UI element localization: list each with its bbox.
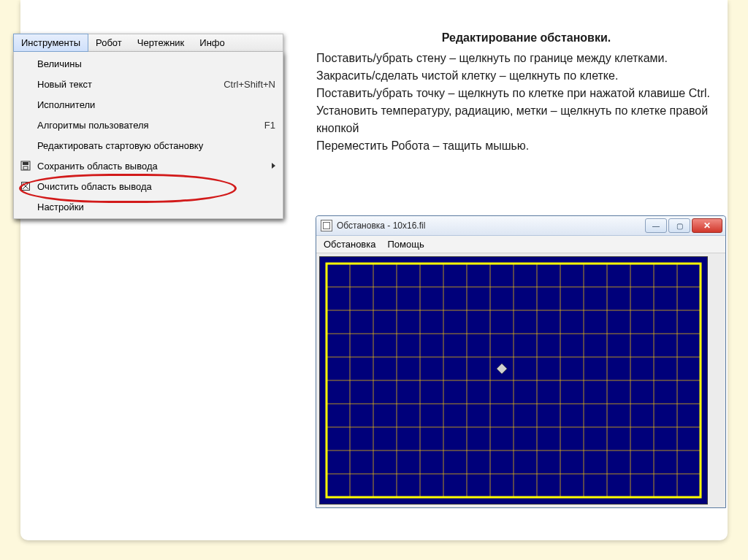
save-icon [18, 160, 33, 172]
blank-icon [18, 58, 33, 69]
menubar-item-info[interactable]: Инфо [192, 34, 232, 51]
dropdown-item-new-text[interactable]: Новый текст Ctrl+Shift+N [14, 74, 283, 94]
dropdown-item-label: Редактировать стартовую обстановку [37, 140, 275, 151]
dropdown-item-shortcut: F1 [250, 120, 275, 131]
minimize-button[interactable]: — [645, 218, 667, 233]
env-canvas-wrap [316, 253, 725, 507]
environment-window: Обстановка - 10x16.fil — ▢ ✕ Обстановка … [316, 215, 726, 508]
submenu-arrow-icon [272, 163, 275, 169]
instructions-line: Переместить Робота – тащить мышью. [316, 137, 736, 155]
close-button[interactable]: ✕ [692, 218, 722, 233]
blank-icon [18, 139, 33, 151]
env-menubar: Обстановка Помощь [316, 236, 725, 253]
window-controls: — ▢ ✕ [645, 218, 722, 233]
instructions-line: Поставить/убрать точку – щелкнуть по кле… [316, 85, 736, 102]
robot-grid-canvas[interactable] [319, 256, 708, 505]
env-menu-help[interactable]: Помощь [387, 239, 424, 250]
dropdown-item-executors[interactable]: Исполнители [14, 94, 283, 115]
dropdown-item-label: Настройки [37, 202, 275, 212]
tools-menu-panel: Инструменты Робот Чертежник Инфо Величин… [13, 34, 283, 219]
window-title: Обстановка - 10x16.fil [337, 220, 645, 231]
svg-rect-1 [23, 162, 28, 165]
instructions-title: Редактирование обстановки. [316, 29, 736, 47]
svg-rect-2 [23, 166, 28, 169]
menubar-item-tools[interactable]: Инструменты [13, 34, 88, 52]
dropdown-item-settings[interactable]: Настройки [14, 196, 283, 217]
page-card: Инструменты Робот Чертежник Инфо Величин… [20, 0, 728, 540]
clear-icon [18, 180, 33, 192]
dropdown-item-edit-start-env[interactable]: Редактировать стартовую обстановку [14, 135, 283, 156]
dropdown-item-label: Величины [37, 58, 275, 69]
app-icon [321, 220, 332, 231]
menubar-item-draftsman[interactable]: Чертежник [130, 34, 193, 51]
app-menubar: Инструменты Робот Чертежник Инфо [13, 34, 283, 52]
window-titlebar[interactable]: Обстановка - 10x16.fil — ▢ ✕ [316, 216, 725, 236]
menubar-item-robot[interactable]: Робот [88, 34, 130, 51]
blank-icon [18, 201, 33, 212]
dropdown-item-label: Алгоритмы пользователя [37, 120, 250, 131]
dropdown-item-label: Новый текст [37, 79, 209, 90]
blank-icon [18, 78, 33, 90]
blank-icon [18, 119, 33, 131]
maximize-button[interactable]: ▢ [668, 218, 690, 233]
dropdown-item-values[interactable]: Величины [14, 53, 283, 74]
dropdown-item-label: Сохранить область вывода [37, 161, 266, 172]
dropdown-item-clear-output[interactable]: Очистить область вывода [14, 176, 283, 196]
blank-icon [18, 99, 33, 110]
instructions-line: Закрасить/сделать чистой клетку – щелкну… [316, 67, 736, 85]
env-menu-environment[interactable]: Обстановка [324, 239, 375, 250]
tools-dropdown: Величины Новый текст Ctrl+Shift+N Исполн… [13, 52, 283, 219]
dropdown-item-shortcut: Ctrl+Shift+N [209, 79, 275, 90]
instructions-line: Поставить/убрать стену – щелкнуть по гра… [316, 50, 736, 67]
instructions-line: Установить температуру, радиацию, метки … [316, 102, 736, 137]
dropdown-item-user-algorithms[interactable]: Алгоритмы пользователя F1 [14, 115, 283, 135]
instructions-block: Редактирование обстановки. Поставить/убр… [316, 29, 736, 155]
dropdown-item-label: Очистить область вывода [37, 181, 275, 192]
dropdown-item-save-output[interactable]: Сохранить область вывода [14, 156, 283, 176]
dropdown-item-label: Исполнители [37, 99, 275, 110]
